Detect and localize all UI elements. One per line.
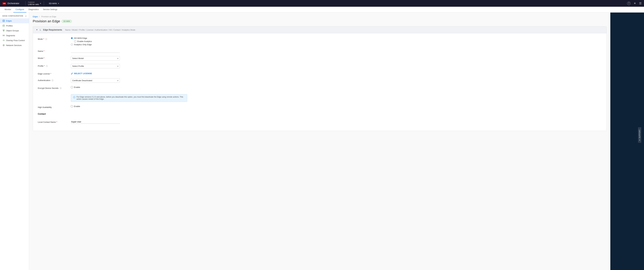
svg-point-3: [4, 30, 4, 30]
authentication-info-icon[interactable]: ⓘ: [52, 79, 54, 81]
breadcrumb: Edges / Provision an Edge: [33, 15, 607, 18]
logo-area: vm Orchestrator: [2, 2, 19, 4]
edge-license-row: Edge License * SELECT LICENSE: [38, 72, 602, 75]
sidebar-item-object-groups[interactable]: Object Groups: [0, 28, 29, 33]
ha-enable-checkbox[interactable]: Enable: [71, 105, 120, 107]
profiles-icon: [2, 24, 5, 27]
edges-icon: [2, 19, 5, 22]
section-header[interactable]: ▼ 1. Edge Requirements Name / Model / Pr…: [33, 26, 606, 33]
edge-license-required-marker: *: [50, 73, 51, 75]
enable-analytics-checkbox[interactable]: Enable Analytics: [74, 40, 120, 42]
object-groups-icon: [2, 29, 5, 32]
sdwan-selector[interactable]: SD-WAN ▼: [49, 2, 59, 4]
sdwan-label: SD-WAN: [49, 2, 57, 4]
mode-required-marker: *: [43, 38, 44, 40]
profile-required-marker: *: [44, 65, 45, 67]
sidebar-collapse-button[interactable]: «: [25, 15, 26, 17]
edge-requirements-section: ▼ 1. Edge Requirements Name / Model / Pr…: [33, 26, 607, 131]
sidebar: Edge Configuration « Edges Profiles Obje…: [0, 12, 29, 270]
sidebar-item-network-services[interactable]: Network Services: [0, 43, 29, 48]
profile-control: Select Profile ▼: [71, 64, 120, 68]
edit-icon: [71, 72, 73, 75]
support-tab[interactable]: ▲ SUPPORT: [638, 127, 641, 143]
tab-service-settings[interactable]: Service Settings: [41, 7, 60, 12]
info-box-icon: ⓘ: [73, 96, 75, 99]
local-contact-label: Local Contact Name *: [38, 120, 68, 123]
local-contact-row: Local Contact Name *: [38, 120, 602, 124]
page-title: Provision an Edge: [33, 19, 60, 23]
model-row: Model * Select Model ▼: [38, 56, 602, 60]
name-required-marker: *: [44, 50, 44, 52]
mode-info-icon[interactable]: ⓘ: [45, 38, 47, 40]
contact-section-row: Contact: [38, 112, 602, 117]
high-availability-row: High Availability Enable: [38, 105, 602, 108]
model-control: Select Model ▼: [71, 56, 120, 60]
svg-point-2: [3, 30, 4, 30]
sidebar-item-edges[interactable]: Edges: [0, 18, 29, 23]
profile-select[interactable]: Select Profile: [71, 64, 120, 68]
local-contact-control: [71, 120, 120, 124]
sdwan-edge-radio-input[interactable]: [71, 37, 73, 39]
encrypt-info-icon[interactable]: ⓘ: [60, 87, 62, 89]
authentication-label: Authentication ⓘ: [38, 78, 68, 82]
ha-enable-label: Enable: [74, 105, 80, 107]
high-availability-label: High Availability: [38, 105, 68, 108]
orchestrator-label: Orchestrator: [7, 2, 19, 4]
breadcrumb-edges-link[interactable]: Edges: [33, 15, 38, 18]
profile-info-icon[interactable]: ⓘ: [46, 65, 48, 67]
top-bar: vm Orchestrator Customer LAB for velo ▼ …: [0, 0, 644, 7]
user-icon[interactable]: ☀: [634, 2, 636, 5]
encrypt-enable-input[interactable]: [71, 86, 73, 88]
vmware-logo: vm: [2, 2, 6, 4]
tab-diagnostics[interactable]: Diagnostics: [26, 7, 41, 12]
sidebar-item-profiles[interactable]: Profiles: [0, 23, 29, 28]
tab-configure[interactable]: Configure: [13, 7, 26, 12]
tab-monitor[interactable]: Monitor: [2, 7, 13, 12]
section-chevron-icon: ▼: [36, 29, 38, 31]
sidebar-label-edges: Edges: [6, 20, 12, 22]
authentication-select[interactable]: Certificate Deactivated Certificate Acti…: [71, 78, 120, 83]
customer-selector[interactable]: Customer LAB for velo ▼: [28, 1, 41, 5]
sidebar-label-network-services: Network Services: [6, 44, 22, 46]
sidebar-item-overlay-flow-control[interactable]: Overlay Flow Control: [0, 38, 29, 43]
mode-label: Mode * ⓘ: [38, 37, 68, 40]
encrypt-device-control: Enable: [71, 86, 120, 88]
select-license-button[interactable]: SELECT LICENSE: [71, 72, 120, 75]
profile-row: Profile * ⓘ Select Profile ▼: [38, 64, 602, 68]
sdwan-edge-radio[interactable]: SD-WAN Edge: [71, 37, 120, 39]
segments-icon: [2, 34, 5, 37]
sidebar-item-segments[interactable]: Segments: [0, 33, 29, 38]
local-contact-input[interactable]: [71, 120, 120, 124]
svg-point-4: [3, 31, 4, 31]
overlay-flow-icon: [2, 39, 5, 41]
name-row: Name *: [38, 49, 602, 53]
network-services-icon: [2, 44, 5, 46]
mode-row: Mode * ⓘ SD-WAN Edge Enable A: [38, 37, 602, 46]
model-select[interactable]: Select Model: [71, 56, 120, 60]
sdwan-badge: SD-WAN: [62, 20, 72, 23]
help-icon[interactable]: ?: [627, 2, 630, 5]
contact-heading: Contact: [38, 112, 602, 117]
encrypt-device-row: Encrypt Device Secrets ⓘ Enable ⓘ: [38, 86, 602, 102]
edge-license-label: Edge License *: [38, 72, 68, 75]
main-content: Edges / Provision an Edge Provision an E…: [29, 12, 610, 270]
section-subtitle: Name / Model / Profile / License / Authe…: [65, 29, 135, 31]
svg-rect-5: [3, 35, 4, 36]
encrypt-enable-label: Enable: [74, 86, 80, 88]
analytics-only-radio-input[interactable]: [71, 43, 73, 45]
svg-rect-1: [3, 25, 4, 26]
ha-enable-input[interactable]: [71, 105, 73, 107]
mode-control: SD-WAN Edge Enable Analytics Analytics O…: [71, 37, 120, 46]
encrypt-enable-checkbox[interactable]: Enable: [71, 86, 120, 88]
enable-analytics-input[interactable]: [74, 40, 76, 42]
model-label: Model *: [38, 56, 68, 59]
menu-icon[interactable]: ☰: [639, 2, 642, 5]
encrypt-device-label: Encrypt Device Secrets ⓘ: [38, 86, 68, 90]
sdwan-chevron-icon: ▼: [58, 2, 59, 4]
section-number: 1.: [40, 29, 41, 31]
analytics-only-radio[interactable]: Analytics Only Edge: [71, 43, 120, 46]
mode-radio-group: SD-WAN Edge Enable Analytics Analytics O…: [71, 37, 120, 46]
name-label: Name *: [38, 49, 68, 52]
name-input[interactable]: [71, 49, 120, 53]
authentication-control: Certificate Deactivated Certificate Acti…: [71, 78, 120, 83]
